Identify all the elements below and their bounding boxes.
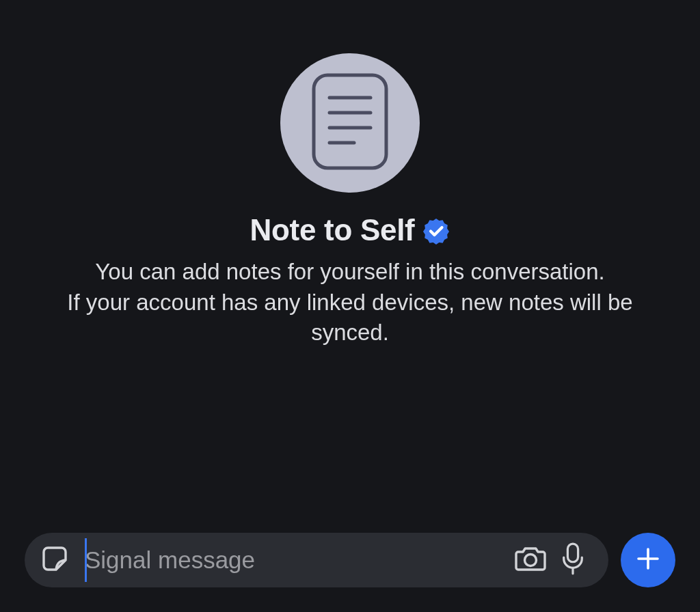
note-document-icon: [312, 73, 388, 173]
sticker-icon: [42, 544, 72, 576]
camera-icon: [514, 542, 547, 578]
chat-title-row: Note to Self: [250, 213, 450, 247]
verified-badge-icon: [422, 217, 450, 245]
chat-description: You can add notes for yourself in this c…: [59, 257, 641, 348]
svg-rect-6: [567, 544, 578, 562]
chat-title: Note to Self: [250, 213, 415, 247]
microphone-button[interactable]: [555, 542, 591, 578]
chat-empty-state: Note to Self You can add notes for yours…: [0, 0, 700, 348]
svg-point-5: [525, 555, 537, 566]
message-input-wrapper: [75, 533, 513, 587]
composer-pill: [25, 533, 608, 587]
plus-icon: [634, 545, 662, 575]
microphone-icon: [560, 542, 586, 579]
chat-avatar: [280, 53, 420, 193]
add-button[interactable]: [621, 533, 675, 587]
svg-rect-0: [314, 75, 386, 168]
message-input[interactable]: [75, 546, 513, 574]
sticker-button[interactable]: [40, 542, 75, 578]
composer-bar: [25, 533, 675, 587]
camera-button[interactable]: [513, 542, 548, 578]
